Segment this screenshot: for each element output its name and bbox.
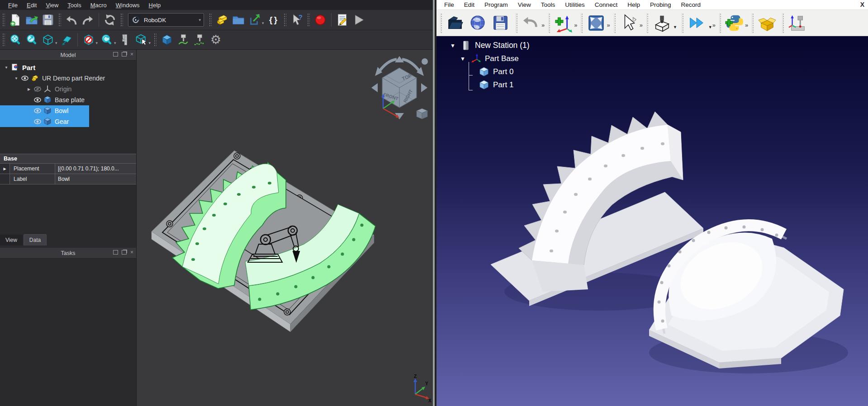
toolbar-drag-handle[interactable] <box>752 13 754 33</box>
toolbar-drag-handle[interactable] <box>284 13 286 27</box>
toolbar-drag-handle[interactable] <box>154 33 157 47</box>
toolbar-drag-handle[interactable] <box>581 13 583 33</box>
view-dropdown-caret[interactable]: ▾ <box>55 41 57 45</box>
stop-operation-button[interactable] <box>81 32 97 48</box>
toolbar-drag-handle[interactable] <box>440 13 442 33</box>
toolbar-drag-handle[interactable] <box>646 13 649 33</box>
toolbar-drag-handle[interactable] <box>2 33 5 47</box>
panel-close-icon[interactable]: × <box>130 250 133 255</box>
measure-button[interactable] <box>117 32 133 48</box>
menu-tools[interactable]: Tools <box>536 0 560 9</box>
menu-windows[interactable]: Windows <box>111 1 144 9</box>
toolbar-drag-handle[interactable] <box>209 13 212 27</box>
add-reference-frame-button[interactable] <box>552 12 575 34</box>
open-file-button[interactable] <box>444 12 467 34</box>
zoom-box-button[interactable] <box>24 32 40 48</box>
menu-program[interactable]: Program <box>479 0 513 9</box>
menu-connect[interactable]: Connect <box>590 0 622 9</box>
tab-data[interactable]: Data <box>24 234 47 245</box>
fit-view-button[interactable] <box>585 12 607 34</box>
simple-shape-button[interactable] <box>159 32 175 48</box>
menu-tools[interactable]: Tools <box>63 1 85 9</box>
menu-probing[interactable]: Probing <box>645 0 676 9</box>
menu-record[interactable]: Record <box>676 0 706 9</box>
new-document-button[interactable] <box>7 12 24 28</box>
more-tools-chevron[interactable]: » <box>745 22 748 28</box>
sync-view-button[interactable] <box>99 32 115 48</box>
tree-item-gear[interactable]: Gear <box>0 116 89 127</box>
more-tools-chevron[interactable]: » <box>541 22 545 28</box>
more-tools-chevron[interactable]: » <box>712 22 716 28</box>
menu-file[interactable]: File <box>4 1 22 9</box>
expander-icon[interactable]: ▼ <box>460 56 470 62</box>
freecad-3d-viewport[interactable]: TOP FRONT RIGHT <box>137 50 433 406</box>
tab-view[interactable]: View <box>0 235 23 245</box>
property-expander[interactable]: ▶ <box>0 164 10 174</box>
settings-button[interactable]: ⚙ <box>208 32 224 48</box>
tree-item-part[interactable]: ▼ Part <box>0 62 136 73</box>
nav-mini-cube[interactable] <box>417 109 427 119</box>
sync-dropdown-caret[interactable]: ▾ <box>114 41 116 45</box>
record-macro-button[interactable] <box>312 12 328 28</box>
python-console-button[interactable]: { } <box>265 12 281 28</box>
more-tools-chevron[interactable]: » <box>607 22 610 28</box>
panel-dock-button[interactable] <box>113 250 118 255</box>
part-workbench-button[interactable] <box>214 12 230 28</box>
undo-button[interactable] <box>63 12 80 28</box>
select-dropdown-caret[interactable]: ▾ <box>149 41 151 45</box>
toolbar-drag-handle[interactable] <box>782 13 784 33</box>
menu-view[interactable]: View <box>513 0 536 9</box>
property-value[interactable]: Bowl <box>55 174 136 184</box>
save-button[interactable] <box>40 12 56 28</box>
open-file-button[interactable] <box>24 12 40 28</box>
box-select-button[interactable] <box>133 32 150 48</box>
workbench-selector[interactable]: RoboDK ▾ <box>128 13 204 27</box>
tree-item-origin[interactable]: ▶ Origin <box>0 84 136 94</box>
menu-help[interactable]: Help <box>622 0 645 9</box>
refresh-button[interactable] <box>102 12 118 28</box>
menu-view[interactable]: View <box>41 1 63 9</box>
export-button[interactable] <box>247 12 263 28</box>
isometric-view-button[interactable] <box>40 32 56 48</box>
stop-dropdown-caret[interactable]: ▾ <box>96 41 98 45</box>
more-tools-chevron[interactable]: » <box>640 22 643 28</box>
menu-file[interactable]: File <box>439 0 459 9</box>
toolbar-drag-handle[interactable] <box>614 13 616 33</box>
more-tools-chevron[interactable]: » <box>574 22 577 28</box>
property-value[interactable]: [(0.00 0.71 0.71); 180.0... <box>55 164 136 174</box>
menu-help[interactable]: Help <box>144 1 166 9</box>
menu-utilities[interactable]: Utilities <box>560 0 590 9</box>
nav-cube-body[interactable]: TOP FRONT RIGHT <box>382 68 417 108</box>
menu-edit[interactable]: Edit <box>22 1 41 9</box>
toolbar-drag-handle[interactable] <box>307 13 310 27</box>
menu-edit[interactable]: Edit <box>459 0 479 9</box>
tree-item-base-plate[interactable]: Base plate <box>0 94 136 105</box>
panel-close-icon[interactable]: × <box>130 52 133 57</box>
run-fast-button[interactable] <box>686 12 708 34</box>
toolbar-drag-handle[interactable] <box>548 13 550 33</box>
panel-float-button[interactable] <box>122 52 127 57</box>
robodk-3d-viewport[interactable]: ▼ New Station (1) ▼ <box>436 36 868 406</box>
online-library-button[interactable] <box>467 12 489 34</box>
package-button[interactable] <box>756 12 778 34</box>
zoom-fit-button[interactable] <box>7 32 24 48</box>
expander-icon[interactable]: ▶ <box>25 87 33 91</box>
tree-item-bowl[interactable]: Bowl <box>0 105 89 116</box>
expander-icon[interactable]: ▼ <box>3 66 10 70</box>
new-group-button[interactable] <box>230 12 247 28</box>
toolbar-drag-handle[interactable] <box>2 13 5 27</box>
run-dropdown-caret[interactable]: ▼ <box>708 25 712 29</box>
tree-item-part1[interactable]: Part 1 <box>450 78 530 91</box>
menu-macro[interactable]: Macro <box>86 1 111 9</box>
expander-icon[interactable]: ▼ <box>13 76 20 80</box>
panel-dock-button[interactable] <box>113 52 118 57</box>
save-station-button[interactable] <box>489 12 512 34</box>
export-dropdown-caret[interactable]: ▾ <box>262 21 264 25</box>
toolbar-drag-handle[interactable] <box>58 13 61 27</box>
undo-button[interactable] <box>520 12 542 34</box>
navigation-cube[interactable]: TOP FRONT RIGHT <box>370 55 429 123</box>
toolbar-drag-handle[interactable] <box>682 13 684 33</box>
toolbar-drag-handle[interactable] <box>516 13 518 33</box>
select-cursor-button[interactable] <box>618 12 640 34</box>
section-plane-button[interactable] <box>58 32 75 48</box>
